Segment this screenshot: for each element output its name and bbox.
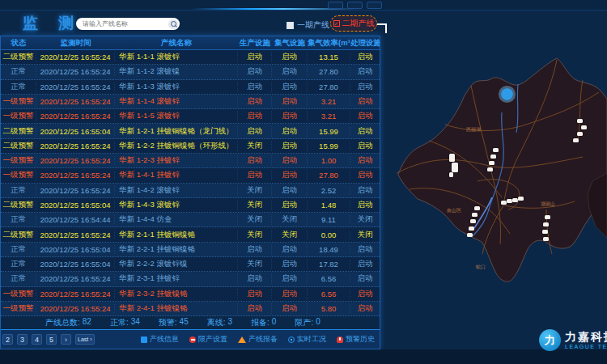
table-cell: 3.21 [308, 112, 350, 121]
page-button-4[interactable]: 4 [32, 334, 42, 345]
col-gas-facility: 集气设施 [272, 38, 308, 49]
map-marker[interactable] [577, 132, 583, 136]
table-row[interactable]: 正常2020/12/25 16:55:04华新 2-2-2 滚镀锌镍关闭启动17… [1, 257, 380, 272]
next-page-button[interactable]: › [61, 334, 71, 345]
col-production-facility: 生产设施 [238, 38, 272, 49]
map-marker[interactable] [512, 198, 518, 202]
table-row[interactable]: 一级预警2020/12/25 16:55:24华新 2-4-1 挂镀镍铬启动启动… [1, 302, 380, 316]
alarm-history-button[interactable]: 预警历史 [337, 334, 375, 345]
table-row[interactable]: 二级预警2020/12/25 16:55:24华新 1-2-2 挂镀铜镍铬（环形… [1, 139, 380, 154]
table-row[interactable]: 二级预警2020/12/25 16:55:04华新 1-2-1 挂镀铜镍铬（龙门… [1, 124, 380, 138]
search-box[interactable] [76, 18, 180, 30]
table-row[interactable]: 正常2020/12/25 16:55:24华新 1-1-3 滚镀锌启动启动27.… [1, 80, 380, 95]
map-marker[interactable] [542, 230, 548, 234]
map-marker[interactable] [543, 222, 549, 226]
line-info-button[interactable]: 产线信息 [141, 334, 179, 345]
table-cell: 一级预警 [1, 155, 36, 166]
map-marker[interactable] [449, 172, 453, 177]
district-map[interactable]: 西丽湖塘朗山南山区蛇口 [380, 36, 607, 364]
map-label: 西丽湖 [466, 126, 481, 133]
table-cell: 启动 [272, 141, 308, 151]
page-button-3[interactable]: 3 [17, 334, 28, 345]
table-cell: 启动 [350, 155, 380, 166]
table-cell: 启动 [272, 111, 308, 121]
table-cell: 启动 [272, 170, 308, 180]
page-button-2[interactable]: 2 [2, 334, 13, 345]
map-marker[interactable] [452, 163, 458, 172]
table-cell: 启动 [238, 273, 272, 284]
table-row[interactable]: 正常2020/12/25 16:55:24华新 1-4-2 滚镀锌关闭启动2.5… [1, 184, 380, 198]
line-report-button[interactable]: 产线报备 [238, 334, 278, 345]
page-button-5[interactable]: 5 [46, 334, 57, 345]
map-marker[interactable] [543, 237, 549, 241]
map-marker[interactable] [490, 154, 496, 159]
table-row[interactable]: 正常2020/12/25 16:55:24华新 2-3-1 挂镀锌启动启动6.5… [1, 272, 380, 286]
table-cell: 正常 [1, 185, 36, 196]
normal-label: 正常: [110, 317, 129, 328]
table-cell: 2020/12/25 16:55:04 [36, 245, 115, 254]
map-marker[interactable] [545, 215, 550, 219]
table-row[interactable]: 一级预警2020/12/25 16:55:24华新 1-1-4 滚镀锌启动启动3… [1, 95, 380, 109]
table-row[interactable]: 二级预警2020/12/25 16:55:24华新 2-1-1 挂镀铜镍铬关闭关… [1, 227, 380, 242]
map-marker[interactable] [487, 167, 493, 171]
map-marker[interactable] [470, 219, 476, 223]
map-marker[interactable] [467, 233, 473, 237]
table-row[interactable]: 一级预警2020/12/25 16:55:24华新 1-4-1 挂镀锌启动启动2… [1, 168, 380, 183]
table-cell: 18.49 [308, 245, 350, 254]
table-cell: 启动 [272, 155, 308, 166]
map-marker[interactable] [493, 148, 499, 152]
map-marker[interactable] [581, 125, 587, 129]
search-input[interactable] [83, 20, 168, 28]
table-cell: 华新 1-1-1 滚镀锌 [115, 52, 238, 62]
map-marker[interactable] [518, 197, 524, 201]
table-cell: 华新 1-1-2 滚镀镍 [115, 66, 238, 77]
realtime-status-icon [288, 336, 295, 343]
brand-logo-icon: 力 [539, 329, 561, 351]
report-value: 0 [272, 317, 277, 328]
map-cluster-marker[interactable] [499, 86, 516, 103]
last-page-button[interactable]: Last › [75, 334, 95, 345]
table-cell: 2020/12/25 16:55:24 [36, 67, 115, 76]
table-cell: 启动 [350, 273, 380, 284]
col-gas-efficiency: 集气效率(m³/s) [308, 38, 350, 49]
table-row[interactable]: 正常2020/12/25 16:54:44华新 1-4-4 仿金关闭关闭9.11… [1, 213, 380, 227]
table-cell: 启动 [272, 66, 308, 77]
limit-setting-button[interactable]: 限产设置 [189, 334, 227, 345]
brand-name-en: LEAGUE TECH [565, 344, 607, 350]
map-marker[interactable] [469, 226, 474, 231]
line-info-icon [141, 336, 147, 343]
map-marker[interactable] [577, 119, 583, 123]
table-row[interactable]: 二级预警2020/12/25 16:55:04华新 1-4-3 滚镀锌关闭启动1… [1, 198, 380, 213]
realtime-status-button[interactable]: 实时工况 [288, 334, 326, 345]
table-row[interactable]: 一级预警2020/12/25 16:55:24华新 2-3-2 挂镀镍铬启动启动… [1, 287, 380, 302]
map-marker[interactable] [472, 213, 478, 217]
table-cell: 启动 [272, 52, 308, 62]
table-cell: 关闭 [238, 259, 272, 269]
search-icon[interactable] [168, 19, 178, 29]
table-row[interactable]: 一级预警2020/12/25 16:55:24华新 1-1-5 滚镀锌启动启动3… [1, 109, 380, 124]
phase1-checkbox[interactable]: 一期产线 [287, 19, 329, 31]
map-marker[interactable] [449, 154, 455, 162]
table-cell: 关闭 [272, 214, 308, 225]
table-row[interactable]: 二级预警2020/12/25 16:55:24华新 1-1-1 滚镀锌启动启动1… [1, 50, 380, 65]
table-cell: 华新 2-2-2 滚镀锌镍 [115, 259, 238, 269]
table-body: 二级预警2020/12/25 16:55:24华新 1-1-1 滚镀锌启动启动1… [1, 50, 380, 316]
table-row[interactable]: 正常2020/12/25 16:55:04华新 2-2-1 挂镀铜镍铬启动启动1… [1, 243, 380, 257]
table-cell: 2020/12/25 16:55:04 [36, 201, 115, 210]
phase2-button[interactable]: ✓ 二期产线 [330, 15, 377, 32]
table-row[interactable]: 一级预警2020/12/25 16:55:24华新 1-2-3 挂镀锌启动启动1… [1, 154, 380, 168]
table-row[interactable]: 正常2020/12/25 16:55:24华新 1-1-2 滚镀镍启动启动27.… [1, 65, 380, 79]
map-marker[interactable] [573, 138, 579, 142]
table-cell: 启动 [272, 289, 308, 299]
line-report-label: 产线报备 [248, 334, 278, 345]
table-cell: 2020/12/25 16:55:24 [36, 53, 115, 61]
map-marker[interactable] [474, 206, 480, 210]
checkbox-icon[interactable] [287, 22, 294, 29]
table-cell: 1.00 [308, 156, 350, 165]
table-cell: 正常 [1, 82, 36, 92]
table-cell: 启动 [350, 66, 380, 77]
map-marker[interactable] [501, 201, 507, 205]
map-marker[interactable] [489, 161, 495, 165]
table-cell: 二级预警 [1, 141, 36, 151]
map-marker[interactable] [507, 199, 512, 203]
